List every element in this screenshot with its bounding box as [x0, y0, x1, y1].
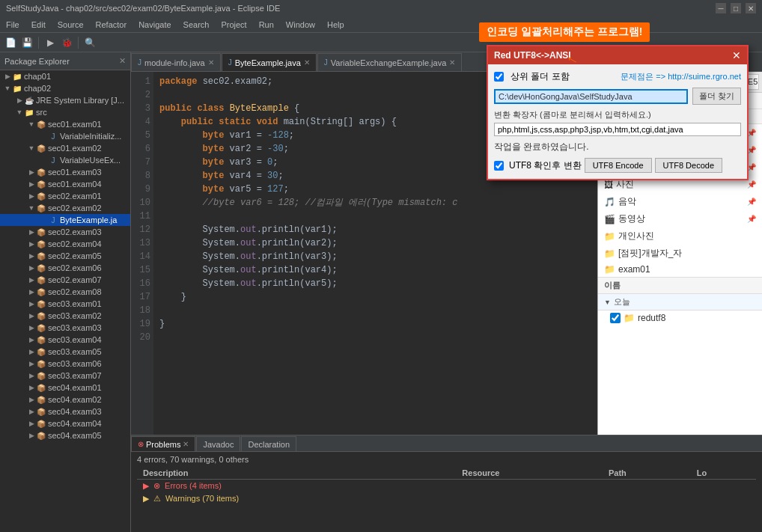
tab-variableexchange[interactable]: J VariableExchangeExample.java ✕ — [317, 53, 463, 71]
tab-problems[interactable]: ⊗ Problems ✕ — [131, 436, 195, 451]
sidebar-close-icon[interactable]: ✕ — [119, 56, 126, 66]
menu-window[interactable]: Window — [280, 19, 321, 31]
tree-item-sec01exam02[interactable]: ▼ 📦 sec01.exam02 — [0, 142, 130, 154]
tree-item-sec02exam05[interactable]: ▶ 📦 sec02.exam05 — [0, 250, 130, 262]
menu-search[interactable]: Search — [177, 19, 216, 31]
tree-item-sec03exam03[interactable]: ▶ 📦 sec03.exam03 — [0, 322, 130, 334]
package-explorer-tree[interactable]: ▶ 📁 chap01 ▼ 📁 chap02 ▶ ☕ JRE System Lib… — [0, 70, 130, 532]
browse-button[interactable]: 폴더 찾기 — [692, 88, 741, 105]
maximize-button[interactable]: □ — [731, 3, 741, 13]
menu-navigate[interactable]: Navigate — [132, 19, 177, 31]
tree-label: sec04.exam02 — [48, 395, 102, 404]
tree-item-sec03exam06[interactable]: ▶ 📦 sec03.exam06 — [0, 358, 130, 370]
tree-item-sec04exam05[interactable]: ▶ 📦 sec04.exam05 — [0, 429, 130, 441]
menu-edit[interactable]: Edit — [25, 19, 52, 31]
encode-button[interactable]: UTF8 Encode — [585, 158, 652, 173]
include-subfolders-checkbox[interactable] — [494, 72, 504, 82]
tree-item-sec01exam03[interactable]: ▶ 📦 sec01.exam03 — [0, 166, 130, 178]
toolbar-debug[interactable]: 🐞 — [59, 35, 74, 50]
tree-item-sec03exam05[interactable]: ▶ 📦 sec03.exam05 — [0, 346, 130, 358]
close-button[interactable]: ✕ — [746, 3, 756, 13]
menu-run[interactable]: Run — [253, 19, 280, 31]
tree-item-src[interactable]: ▼ 📁 src — [0, 106, 130, 118]
tree-item-sec02exam04[interactable]: ▶ 📦 sec02.exam04 — [0, 238, 130, 250]
tree-item-byteexample[interactable]: J ByteExample.ja — [0, 214, 130, 226]
tree-item-sec04exam03[interactable]: ▶ 📦 sec04.exam03 — [0, 406, 130, 418]
utf8-row-path: 폴더 찾기 — [494, 88, 741, 105]
decode-button[interactable]: UTF8 Decode — [655, 158, 722, 173]
path-input[interactable] — [494, 89, 688, 104]
menu-file[interactable]: File — [0, 19, 25, 31]
file-item-dev-folder[interactable]: 📁 [점핏]개발자_자 — [598, 245, 762, 262]
file-item-music[interactable]: 🎵 음악 📌 — [598, 193, 762, 210]
tab-close-icon[interactable]: ✕ — [183, 440, 189, 448]
tree-item-sec03exam02[interactable]: ▶ 📦 sec03.exam02 — [0, 310, 130, 322]
toolbar-run[interactable]: ▶ — [43, 35, 58, 50]
folder-icon: 📁 — [604, 248, 615, 259]
tab-module-info[interactable]: J module-info.java ✕ — [131, 53, 221, 71]
tree-item-sec02exam06[interactable]: ▶ 📦 sec02.exam06 — [0, 262, 130, 274]
file-item-videos[interactable]: 🎬 동영상 📌 — [598, 210, 762, 227]
menu-project[interactable]: Project — [215, 19, 252, 31]
tree-item-chap01[interactable]: ▶ 📁 chap01 — [0, 70, 130, 82]
problem-link[interactable]: 문제점은 => http://suime.rgro.net — [621, 71, 741, 82]
tree-item-sec02exam02[interactable]: ▼ 📦 sec02.exam02 — [0, 202, 130, 214]
tree-item-sec02exam01[interactable]: ▶ 📦 sec02.exam01 — [0, 190, 130, 202]
ext-input[interactable] — [494, 123, 741, 136]
chevron-right-icon: ▶ — [27, 360, 36, 367]
redutf8-checkbox[interactable] — [610, 313, 621, 323]
tree-item-sec02exam07[interactable]: ▶ 📦 sec02.exam07 — [0, 274, 130, 286]
tree-item-jre[interactable]: ▶ ☕ JRE System Library [J... — [0, 94, 130, 106]
line-numbers: 12345 678910 1112131415 1617181920 — [131, 72, 153, 435]
tree-label: sec04.exam01 — [48, 383, 102, 392]
error-expand[interactable]: ▶ ⊗ Errors (4 items) — [137, 480, 456, 493]
chevron-down-icon: ▼ — [27, 120, 36, 128]
tree-item-sec01exam01[interactable]: ▼ 📦 sec01.exam01 — [0, 118, 130, 130]
tree-label: sec02.exam02 — [48, 204, 102, 213]
file-item-exam01[interactable]: 📁 exam01 — [598, 262, 762, 277]
tree-item-sec03exam01[interactable]: ▶ 📦 sec03.exam01 — [0, 298, 130, 310]
table-row[interactable]: ▶ ⊗ Errors (4 items) — [137, 480, 756, 493]
toolbar-search[interactable]: 🔍 — [82, 35, 97, 50]
tree-item-sec04exam02[interactable]: ▶ 📦 sec04.exam02 — [0, 394, 130, 406]
tab-close-icon[interactable]: ✕ — [304, 58, 310, 67]
tree-item-sec03exam04[interactable]: ▶ 📦 sec03.exam04 — [0, 334, 130, 346]
tree-item-sec04exam04[interactable]: ▶ 📦 sec04.exam04 — [0, 418, 130, 429]
tree-item-variableuseex[interactable]: J VariableUseEx... — [0, 154, 130, 166]
chevron-right-icon: ▶ — [27, 192, 36, 200]
tree-label: sec03.exam05 — [48, 347, 102, 356]
package-icon: 📦 — [36, 370, 46, 381]
minimize-button[interactable]: ─ — [716, 3, 726, 13]
tree-item-chap02[interactable]: ▼ 📁 chap02 — [0, 82, 130, 94]
file-item-redutf8[interactable]: 📁 redutf8 — [598, 311, 762, 325]
warning-expand[interactable]: ▶ ⚠ Warnings (70 items) — [137, 492, 456, 505]
tab-close-icon[interactable]: ✕ — [208, 58, 214, 67]
utf8-dialog: Red UTF8<->ANSI ✕ 상위 폴더 포함 문제점은 => http:… — [487, 45, 749, 180]
toolbar-save[interactable]: 💾 — [19, 35, 34, 50]
tree-item-sec02exam08[interactable]: ▶ 📦 sec02.exam08 — [0, 286, 130, 298]
problems-summary: 4 errors, 70 warnings, 0 others — [137, 455, 756, 464]
package-icon: 📦 — [36, 311, 46, 321]
menu-refactor[interactable]: Refactor — [90, 19, 133, 31]
tab-javadoc[interactable]: Javadoc — [196, 436, 240, 451]
menu-help[interactable]: Help — [321, 19, 350, 31]
tree-item-variableinitializ[interactable]: J VariableInitializ... — [0, 130, 130, 142]
tab-declaration[interactable]: Declaration — [241, 436, 296, 451]
utf8-close-button[interactable]: ✕ — [732, 49, 741, 61]
table-row[interactable]: ▶ ⚠ Warnings (70 items) — [137, 492, 756, 505]
chevron-right-icon: ▶ — [27, 276, 36, 284]
chevron-down-icon: ▼ — [15, 108, 24, 116]
tab-close-icon[interactable]: ✕ — [449, 58, 455, 67]
tree-item-sec04exam01[interactable]: ▶ 📦 sec04.exam01 — [0, 382, 130, 394]
chevron-right-icon: ▶ — [27, 168, 36, 176]
utf8-confirm-checkbox[interactable] — [494, 161, 504, 171]
tree-item-sec01exam04[interactable]: ▶ 📦 sec01.exam04 — [0, 178, 130, 190]
tree-item-sec03exam07[interactable]: ▶ 📦 sec03.exam07 — [0, 370, 130, 382]
package-explorer-header: Package Explorer ✕ — [0, 52, 130, 70]
file-item-personal-photos[interactable]: 📁 개인사진 — [598, 227, 762, 245]
tree-item-sec02exam03[interactable]: ▶ 📦 sec02.exam03 — [0, 226, 130, 238]
chevron-right-icon: ▶ — [143, 481, 149, 490]
tab-byteexample[interactable]: J ByteExample.java ✕ — [222, 53, 317, 71]
menu-source[interactable]: Source — [52, 19, 90, 31]
toolbar-new[interactable]: 📄 — [3, 35, 18, 50]
